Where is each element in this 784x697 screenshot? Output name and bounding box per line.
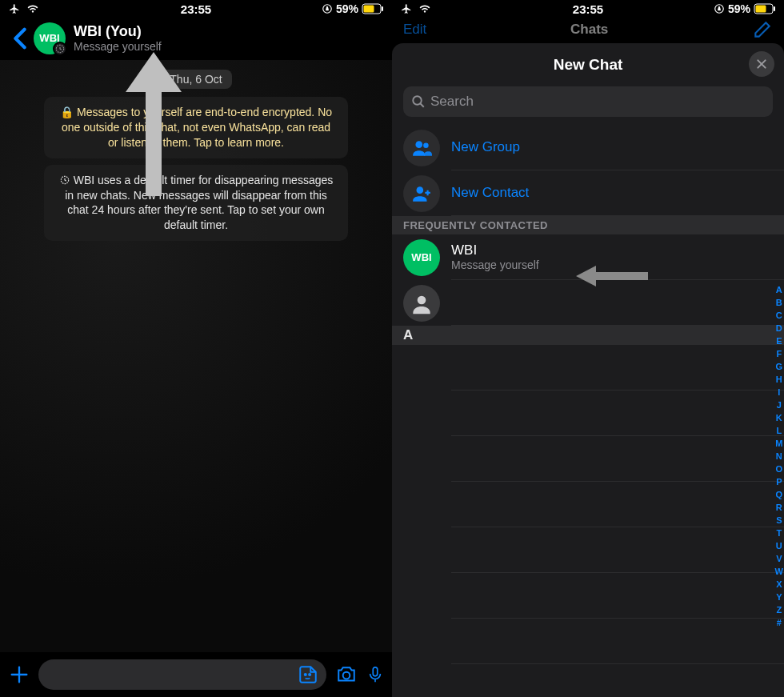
index-letter[interactable]: A (776, 283, 782, 296)
section-letter-a: A (392, 326, 784, 345)
list-item[interactable] (451, 573, 784, 619)
index-letter[interactable]: S (776, 514, 782, 527)
avatar[interactable]: WBI (34, 22, 66, 54)
lock-icon: 🔒 (60, 105, 74, 120)
timer-notice-text: WBI uses a default timer for disappearin… (65, 174, 333, 232)
contact-list[interactable] (392, 345, 784, 664)
back-button[interactable] (6, 27, 34, 50)
attach-button[interactable] (8, 663, 30, 686)
chat-subtitle: Message yourself (74, 40, 162, 53)
add-contact-icon (403, 175, 440, 212)
status-time: 23:55 (181, 2, 211, 16)
orientation-lock-icon (322, 3, 333, 14)
avatar-label: WBI (411, 251, 431, 263)
timer-notice[interactable]: WBI uses a default timer for disappearin… (44, 165, 348, 242)
avatar: WBI (403, 239, 440, 276)
index-letter[interactable]: Z (776, 603, 782, 616)
index-letter[interactable]: # (777, 616, 782, 629)
index-letter[interactable]: X (776, 578, 782, 591)
new-group-row[interactable]: New Group (392, 125, 784, 170)
sheet-header: New Chat (392, 43, 784, 86)
svg-rect-2 (364, 6, 374, 13)
new-chat-sheet: New Chat Search New Group New Conta (392, 43, 784, 697)
avatar-placeholder-icon (403, 285, 440, 322)
list-item[interactable] (451, 482, 784, 527)
orientation-lock-icon (714, 3, 725, 14)
airplane-icon (400, 3, 413, 14)
close-button[interactable] (749, 51, 774, 77)
battery-icon (362, 3, 384, 14)
date-pill: Thu, 6 Oct (160, 70, 231, 89)
index-letter[interactable]: V (776, 552, 782, 565)
message-input[interactable] (38, 659, 326, 690)
index-letter[interactable]: R (776, 501, 782, 514)
list-item[interactable] (451, 619, 784, 664)
index-letter[interactable]: B (776, 296, 782, 309)
new-group-label: New Group (451, 139, 784, 155)
index-letter[interactable]: W (775, 565, 783, 578)
mic-button[interactable] (366, 663, 384, 687)
list-item[interactable] (451, 391, 784, 436)
index-letter[interactable]: C (776, 309, 782, 322)
index-letter[interactable]: T (776, 527, 782, 539)
contact-row-wbi[interactable]: WBI WBI Message yourself (392, 234, 784, 280)
index-letter[interactable]: N (776, 450, 782, 463)
contact-sub: Message yourself (451, 258, 784, 271)
index-letter[interactable]: L (776, 424, 782, 437)
index-letter[interactable]: H (776, 373, 782, 386)
index-letter[interactable]: O (776, 463, 783, 475)
wifi-icon (26, 3, 40, 14)
search-wrap: Search (392, 86, 784, 125)
index-letter[interactable]: U (776, 539, 782, 552)
new-contact-label: New Contact (451, 185, 784, 201)
svg-point-8 (343, 672, 350, 679)
list-item[interactable] (451, 527, 784, 573)
airplane-icon (8, 3, 21, 14)
timer-icon (59, 173, 70, 188)
disappearing-timer-icon (53, 42, 67, 56)
index-letter[interactable]: K (776, 411, 782, 424)
encryption-notice[interactable]: 🔒Messages to yourself are end-to-end enc… (44, 97, 348, 158)
svg-point-7 (309, 674, 310, 675)
index-letter[interactable]: M (775, 437, 782, 450)
battery-icon (754, 3, 776, 14)
contact-row-blank[interactable] (392, 280, 784, 326)
alphabet-index[interactable]: ABCDEFGHIJKLMNOPQRSTUVWXYZ# (775, 283, 783, 629)
index-letter[interactable]: Q (776, 488, 783, 501)
search-placeholder: Search (430, 94, 474, 110)
group-icon (403, 130, 440, 166)
index-letter[interactable]: J (777, 399, 782, 411)
compose-button[interactable] (752, 19, 773, 40)
encryption-notice-text: Messages to yourself are end-to-end encr… (62, 106, 332, 149)
index-letter[interactable]: Y (776, 591, 782, 603)
wifi-icon (418, 3, 432, 14)
search-input[interactable]: Search (403, 86, 773, 117)
svg-point-19 (418, 295, 426, 304)
chat-input-bar (0, 652, 392, 697)
index-letter[interactable]: D (776, 322, 782, 334)
list-item[interactable] (451, 436, 784, 482)
svg-point-18 (417, 186, 424, 194)
svg-rect-3 (382, 6, 383, 11)
index-letter[interactable]: G (776, 360, 783, 373)
svg-point-17 (423, 142, 429, 148)
svg-point-15 (413, 96, 422, 105)
list-item[interactable] (451, 345, 784, 391)
svg-point-16 (415, 141, 422, 148)
camera-button[interactable] (334, 664, 358, 685)
new-contact-row[interactable]: New Contact (392, 170, 784, 216)
chat-header-text[interactable]: WBI (You) Message yourself (74, 23, 162, 53)
screen-chat: 23:55 59% WBI WBI (You) Message yourself… (0, 0, 392, 697)
svg-rect-13 (774, 6, 775, 11)
edit-button[interactable]: Edit (403, 22, 426, 38)
screen-newchat: 23:55 59% Edit Chats New Chat (392, 0, 784, 697)
sticker-icon[interactable] (298, 664, 318, 685)
index-letter[interactable]: E (776, 334, 782, 347)
section-frequently-contacted: Frequently Contacted (392, 216, 784, 234)
chat-body: Thu, 6 Oct 🔒Messages to yourself are end… (0, 60, 392, 657)
index-letter[interactable]: P (776, 475, 782, 488)
index-letter[interactable]: I (778, 386, 780, 399)
svg-rect-12 (756, 6, 766, 13)
index-letter[interactable]: F (776, 347, 782, 360)
svg-rect-9 (373, 667, 378, 676)
